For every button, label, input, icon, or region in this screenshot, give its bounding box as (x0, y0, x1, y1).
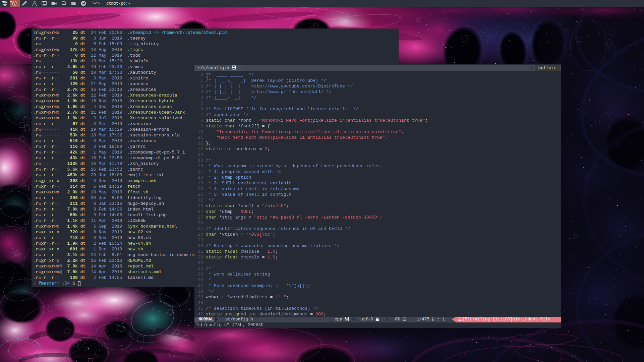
svg-text:N: N (433, 319, 434, 321)
